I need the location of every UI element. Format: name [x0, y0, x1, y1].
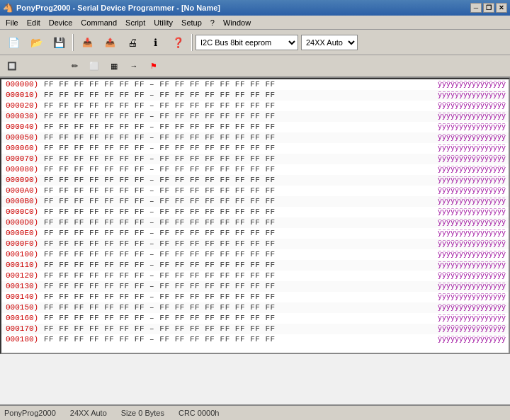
hex-address: 0000C0) — [1, 207, 44, 217]
info-icon: ℹ — [154, 37, 157, 48]
hex-ascii: ÿÿÿÿÿÿÿÿÿÿÿÿÿÿÿÿ — [416, 324, 509, 334]
toolbar-secondary: 🔲 ✏ ⬜ ▦ → ⚑ — [0, 55, 510, 78]
table-row[interactable]: 0000C0)FF FF FF FF FF FF FF – FF FF FF F… — [1, 207, 509, 217]
hex-address: 000110) — [1, 260, 44, 271]
status-device-version: 24XX Auto — [70, 409, 107, 417]
hex-bytes: FF FF FF FF FF FF FF – FF FF FF FF FF FF… — [44, 101, 416, 111]
table-row[interactable]: 0000D0)FF FF FF FF FF FF FF – FF FF FF F… — [1, 217, 509, 228]
table-row[interactable]: 000170)FF FF FF FF FF FF FF – FF FF FF F… — [1, 324, 509, 334]
table-row[interactable]: 000070)FF FF FF FF FF FF FF – FF FF FF F… — [1, 154, 509, 164]
erase-button[interactable]: ⬜ — [85, 57, 103, 74]
edit-button[interactable]: ✏ — [65, 57, 84, 74]
status-size-value: 0 Bytes — [138, 409, 164, 417]
print-button[interactable]: 🖨 — [122, 33, 143, 52]
table-row[interactable]: 000060)FF FF FF FF FF FF FF – FF FF FF F… — [1, 143, 509, 154]
hex-ascii: ÿÿÿÿÿÿÿÿÿÿÿÿÿÿÿÿ — [416, 217, 509, 228]
table-row[interactable]: 0000E0)FF FF FF FF FF FF FF – FF FF FF F… — [1, 228, 509, 239]
hex-view-icon: ▦ — [110, 62, 118, 71]
menu-command[interactable]: Command — [76, 17, 121, 28]
print-icon: 🖨 — [128, 37, 137, 48]
flag-button[interactable]: ⚑ — [144, 57, 163, 74]
table-row[interactable]: 000050)FF FF FF FF FF FF FF – FF FF FF F… — [1, 132, 509, 143]
write-device-button[interactable]: 📤 — [99, 33, 120, 52]
menu-setup[interactable]: Setup — [177, 17, 206, 28]
table-row[interactable]: 000000)FF FF FF FF FF FF FF – FF FF FF F… — [1, 79, 509, 90]
help-button[interactable]: ❓ — [167, 33, 188, 52]
menu-device[interactable]: Device — [45, 17, 77, 28]
table-row[interactable]: 000100)FF FF FF FF FF FF FF – FF FF FF F… — [1, 249, 509, 260]
hex-address: 0000F0) — [1, 239, 44, 249]
chip-view-button[interactable]: 🔲 — [3, 57, 21, 74]
hex-ascii: ÿÿÿÿÿÿÿÿÿÿÿÿÿÿÿÿ — [416, 302, 509, 313]
hex-address: 0000D0) — [1, 217, 44, 228]
hex-address: 000010) — [1, 90, 44, 101]
table-row[interactable]: 0000F0)FF FF FF FF FF FF FF – FF FF FF F… — [1, 239, 509, 249]
hex-ascii: ÿÿÿÿÿÿÿÿÿÿÿÿÿÿÿÿ — [416, 228, 509, 239]
hex-ascii: ÿÿÿÿÿÿÿÿÿÿÿÿÿÿÿÿ — [416, 90, 509, 101]
arrow-button[interactable]: → — [125, 57, 143, 74]
new-button[interactable]: 📄 — [3, 33, 24, 52]
table-row[interactable]: 000150)FF FF FF FF FF FF FF – FF FF FF F… — [1, 302, 509, 313]
table-row[interactable]: 000030)FF FF FF FF FF FF FF – FF FF FF F… — [1, 111, 509, 122]
hex-bytes: FF FF FF FF FF FF FF – FF FF FF FF FF FF… — [44, 196, 416, 207]
hex-view-button[interactable]: ▦ — [105, 57, 123, 74]
hex-bytes: FF FF FF FF FF FF FF – FF FF FF FF FF FF… — [44, 239, 416, 249]
minimize-button[interactable]: ─ — [470, 3, 482, 13]
table-row[interactable]: 000020)FF FF FF FF FF FF FF – FF FF FF F… — [1, 101, 509, 111]
status-size: Size 0 Bytes — [121, 409, 164, 417]
status-bar: PonyProg2000 24XX Auto Size 0 Bytes CRC … — [0, 404, 510, 420]
table-row[interactable]: 0000A0)FF FF FF FF FF FF FF – FF FF FF F… — [1, 186, 509, 196]
toolbar-main: 📄 📂 💾 📥 📤 🖨 ℹ ❓ I2C Bus 8bit eeprom I2C … — [0, 30, 510, 55]
status-appname: PonyProg2000 — [4, 409, 56, 417]
table-row[interactable]: 000010)FF FF FF FF FF FF FF – FF FF FF F… — [1, 90, 509, 101]
hex-bytes: FF FF FF FF FF FF FF – FF FF FF FF FF FF… — [44, 334, 416, 345]
table-row[interactable]: 000130)FF FF FF FF FF FF FF – FF FF FF F… — [1, 281, 509, 292]
table-row[interactable]: 000110)FF FF FF FF FF FF FF – FF FF FF F… — [1, 260, 509, 271]
table-row[interactable]: 000080)FF FF FF FF FF FF FF – FF FF FF F… — [1, 164, 509, 175]
hex-content-wrapper: 000000)FF FF FF FF FF FF FF – FF FF FF F… — [0, 78, 510, 354]
open-button[interactable]: 📂 — [26, 33, 47, 52]
hex-bytes: FF FF FF FF FF FF FF – FF FF FF FF FF FF… — [44, 132, 416, 143]
table-row[interactable]: 000140)FF FF FF FF FF FF FF – FF FF FF F… — [1, 292, 509, 302]
menu-edit[interactable]: Edit — [23, 17, 45, 28]
hex-ascii: ÿÿÿÿÿÿÿÿÿÿÿÿÿÿÿÿ — [416, 164, 509, 175]
chip-view-icon: 🔲 — [7, 62, 17, 71]
menu-help[interactable]: ? — [206, 17, 219, 28]
hex-ascii: ÿÿÿÿÿÿÿÿÿÿÿÿÿÿÿÿ — [416, 132, 509, 143]
hex-address: 000090) — [1, 175, 44, 186]
menu-file[interactable]: File — [1, 17, 23, 28]
hex-address: 000030) — [1, 111, 44, 122]
info-button[interactable]: ℹ — [144, 33, 166, 52]
device-type-select[interactable]: I2C Bus 8bit eeprom I2C Bus 16bit eeprom… — [196, 35, 298, 50]
table-row[interactable]: 000120)FF FF FF FF FF FF FF – FF FF FF F… — [1, 271, 509, 281]
table-row[interactable]: 000090)FF FF FF FF FF FF FF – FF FF FF F… — [1, 175, 509, 186]
hex-bytes: FF FF FF FF FF FF FF – FF FF FF FF FF FF… — [44, 90, 416, 101]
hex-ascii: ÿÿÿÿÿÿÿÿÿÿÿÿÿÿÿÿ — [416, 334, 509, 345]
hex-address: 000040) — [1, 122, 44, 132]
menu-window[interactable]: Window — [219, 17, 255, 28]
hex-ascii: ÿÿÿÿÿÿÿÿÿÿÿÿÿÿÿÿ — [416, 186, 509, 196]
table-row[interactable]: 0000B0)FF FF FF FF FF FF FF – FF FF FF F… — [1, 196, 509, 207]
hex-ascii: ÿÿÿÿÿÿÿÿÿÿÿÿÿÿÿÿ — [416, 79, 509, 90]
table-row[interactable]: 000160)FF FF FF FF FF FF FF – FF FF FF F… — [1, 313, 509, 324]
save-button[interactable]: 💾 — [48, 33, 69, 52]
table-row[interactable]: 000040)FF FF FF FF FF FF FF – FF FF FF F… — [1, 122, 509, 132]
hex-bytes: FF FF FF FF FF FF FF – FF FF FF FF FF FF… — [44, 228, 416, 239]
hex-display[interactable]: 000000)FF FF FF FF FF FF FF – FF FF FF F… — [1, 79, 509, 353]
hex-address: 000100) — [1, 249, 44, 260]
table-row[interactable]: 000180)FF FF FF FF FF FF FF – FF FF FF F… — [1, 334, 509, 345]
hex-ascii: ÿÿÿÿÿÿÿÿÿÿÿÿÿÿÿÿ — [416, 111, 509, 122]
menu-utility[interactable]: Utility — [149, 17, 177, 28]
menu-script[interactable]: Script — [121, 17, 149, 28]
hex-bytes: FF FF FF FF FF FF FF – FF FF FF FF FF FF… — [44, 175, 416, 186]
read-device-button[interactable]: 📥 — [76, 33, 98, 52]
restore-button[interactable]: ❐ — [483, 3, 494, 13]
device-version-select[interactable]: 24XX Auto 24C01 24C02 24C04 24C08 24C16 — [301, 35, 358, 50]
hex-ascii: ÿÿÿÿÿÿÿÿÿÿÿÿÿÿÿÿ — [416, 196, 509, 207]
close-button[interactable]: ✕ — [496, 3, 507, 13]
hex-bytes: FF FF FF FF FF FF FF – FF FF FF FF FF FF… — [44, 260, 416, 271]
save-icon: 💾 — [53, 37, 65, 48]
hex-bytes: FF FF FF FF FF FF FF – FF FF FF FF FF FF… — [44, 207, 416, 217]
status-size-label: Size — [121, 409, 136, 417]
hex-address: 000000) — [1, 79, 44, 90]
